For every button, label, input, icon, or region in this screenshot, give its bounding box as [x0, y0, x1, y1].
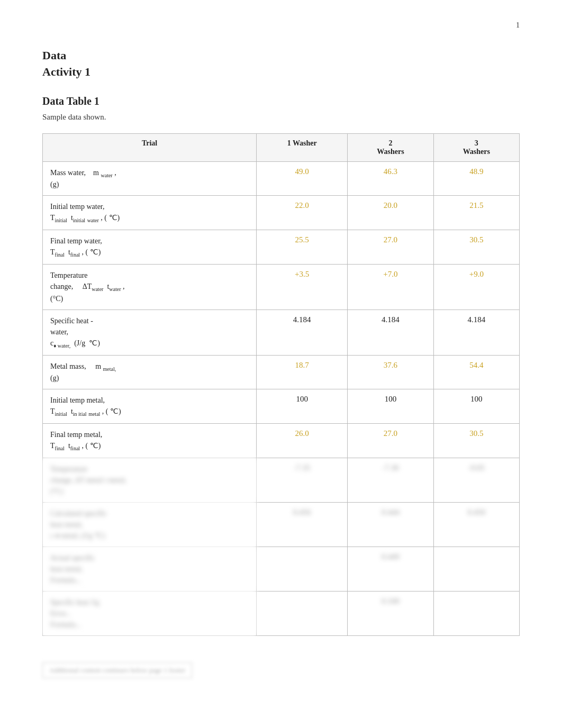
- table-row: Final temp water, Tfinal tfinal , ( ℃) 2…: [43, 230, 520, 265]
- cell-temp-change-water-2: +7.0: [348, 264, 433, 310]
- table-row: Calculated specific heat metal, c ♦ meta…: [43, 502, 520, 547]
- cell-init-temp-metal-3: 100: [433, 389, 519, 424]
- cell-final-temp-metal-3: 30.5: [433, 424, 519, 458]
- cell-init-temp-water-3: 21.5: [433, 196, 519, 230]
- cell-heat-error-1: [257, 591, 348, 635]
- table-row: Actual specific heat metal, Formula... 0…: [43, 547, 520, 591]
- row-label-temp-change-metal: Temperature change, ΔT metal t metal,(°C…: [43, 458, 257, 502]
- row-label-actual-specific-heat: Actual specific heat metal, Formula...: [43, 547, 257, 591]
- cell-specific-heat-water-1: 4.184: [257, 310, 348, 355]
- cell-temp-change-water-1: +3.5: [257, 264, 348, 310]
- table-row: Specific heat J/g Error... Formula... 0.…: [43, 591, 520, 635]
- row-label-final-temp-metal: Final temp metal, Tfinal tfinal , ( ℃): [43, 424, 257, 458]
- table-row: Final temp metal, Tfinal tfinal , ( ℃) 2…: [43, 424, 520, 458]
- cell-metal-mass-1: 18.7: [257, 355, 348, 389]
- section-title: Data Table 1: [42, 95, 520, 107]
- table-row: Initial temp water, Tinitial tinitial wa…: [43, 196, 520, 230]
- cell-temp-change-water-3: +9.0: [433, 264, 519, 310]
- table-row: Mass water, m water ,(g) 49.0 46.3 48.9: [43, 161, 520, 196]
- table-row: Metal mass, m metal,(g) 18.7 37.6 54.4: [43, 355, 520, 389]
- cell-init-temp-water-2: 20.0: [348, 196, 433, 230]
- cell-mass-water-2: 46.3: [348, 161, 433, 196]
- data-table: Trial 1 Washer 2Washers 3Washers Mass wa…: [42, 133, 520, 636]
- row-label-metal-mass: Metal mass, m metal,(g): [43, 355, 257, 389]
- cell-mass-water-3: 48.9: [433, 161, 519, 196]
- row-label-specific-heat-water: Specific heat - water, c♦ water, (J/g ℃): [43, 310, 257, 355]
- cell-calc-specific-heat-2: 0.444: [348, 502, 433, 547]
- cell-actual-specific-heat-3: [433, 547, 519, 591]
- cell-actual-specific-heat-2: 0.449: [348, 547, 433, 591]
- cell-init-temp-metal-1: 100: [257, 389, 348, 424]
- cell-specific-heat-water-2: 4.184: [348, 310, 433, 355]
- row-label-init-temp-metal: Initial temp metal, Tinitial tin itial m…: [43, 389, 257, 424]
- row-label-final-temp-water: Final temp water, Tfinal tfinal , ( ℃): [43, 230, 257, 265]
- cell-heat-error-3: [433, 591, 519, 635]
- cell-final-temp-water-2: 27.0: [348, 230, 433, 265]
- row-label-heat-error: Specific heat J/g Error... Formula...: [43, 591, 257, 635]
- page-number: 1: [516, 21, 520, 30]
- cell-mass-water-1: 49.0: [257, 161, 348, 196]
- cell-init-temp-metal-2: 100: [348, 389, 433, 424]
- cell-specific-heat-water-3: 4.184: [433, 310, 519, 355]
- cell-metal-mass-3: 54.4: [433, 355, 519, 389]
- row-label-calc-specific-heat: Calculated specific heat metal, c ♦ meta…: [43, 502, 257, 547]
- cell-final-temp-water-1: 25.5: [257, 230, 348, 265]
- cell-temp-change-metal-1: -7.35: [257, 458, 348, 502]
- cell-final-temp-water-3: 30.5: [433, 230, 519, 265]
- main-title: Data Activity 1: [42, 48, 520, 80]
- table-row: Specific heat - water, c♦ water, (J/g ℃)…: [43, 310, 520, 355]
- cell-metal-mass-2: 37.6: [348, 355, 433, 389]
- col-header-trial: Trial: [43, 133, 257, 161]
- cell-final-temp-metal-2: 27.0: [348, 424, 433, 458]
- row-label-mass-water: Mass water, m water ,(g): [43, 161, 257, 196]
- cell-temp-change-metal-3: -9.05: [433, 458, 519, 502]
- col-header-2washers: 2Washers: [348, 133, 433, 161]
- cell-calc-specific-heat-1: 0.456: [257, 502, 348, 547]
- row-label-temp-change-water: Temperature change, ΔTwater twater , (°C…: [43, 264, 257, 310]
- table-row: Temperature change, ΔTwater twater , (°C…: [43, 264, 520, 310]
- subtitle: Sample data shown.: [42, 113, 520, 122]
- row-label-init-temp-water: Initial temp water, Tinitial tinitial wa…: [43, 196, 257, 230]
- table-row: Temperature change, ΔT metal t metal,(°C…: [43, 458, 520, 502]
- col-header-3washers: 3Washers: [433, 133, 519, 161]
- cell-init-temp-water-1: 22.0: [257, 196, 348, 230]
- cell-temp-change-metal-2: -7.30: [348, 458, 433, 502]
- cell-actual-specific-heat-1: [257, 547, 348, 591]
- col-header-1washer: 1 Washer: [257, 133, 348, 161]
- table-row: Initial temp metal, Tinitial tin itial m…: [43, 389, 520, 424]
- cell-final-temp-metal-1: 26.0: [257, 424, 348, 458]
- footer-note: Additional content continues below page …: [42, 662, 192, 678]
- cell-heat-error-2: 0.100: [348, 591, 433, 635]
- cell-calc-specific-heat-3: 0.450: [433, 502, 519, 547]
